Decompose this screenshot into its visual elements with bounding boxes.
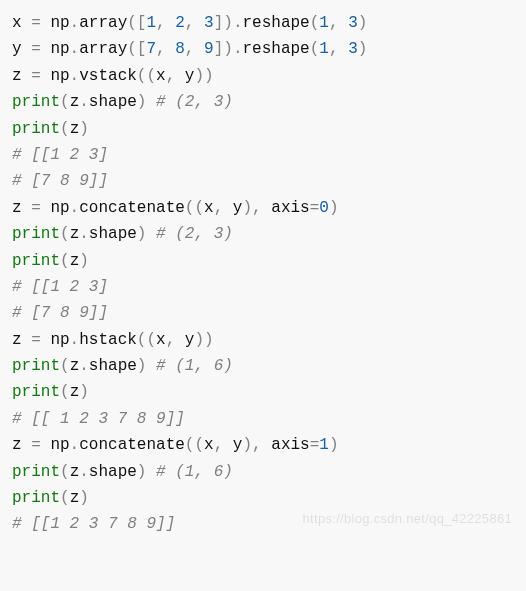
code-line: x = np.array([1, 2, 3]).reshape(1, 3)	[12, 10, 514, 36]
token-op: ,	[166, 331, 185, 349]
token-fn: print	[12, 93, 60, 111]
token-op: )	[79, 120, 89, 138]
token-id: z	[70, 357, 80, 375]
token-id: x	[204, 436, 214, 454]
token-cm: # [[1 2 3]	[12, 278, 108, 296]
code-line: print(z)	[12, 485, 514, 511]
token-op: ((	[185, 436, 204, 454]
code-line: z = np.concatenate((x, y), axis=0)	[12, 195, 514, 221]
token-op: (	[60, 463, 70, 481]
token-id: z	[70, 225, 80, 243]
token-op: )	[329, 199, 339, 217]
token-op: ]).	[214, 14, 243, 32]
token-cm: # (2, 3)	[156, 93, 233, 111]
code-line: print(z)	[12, 379, 514, 405]
token-op: =	[31, 199, 50, 217]
token-id: x	[156, 67, 166, 85]
code-line: print(z.shape) # (2, 3)	[12, 89, 514, 115]
token-op: ((	[137, 67, 156, 85]
token-fn: print	[12, 489, 60, 507]
token-id: z	[70, 383, 80, 401]
token-op: )	[329, 436, 339, 454]
token-op: =	[31, 14, 50, 32]
token-op: .	[79, 225, 89, 243]
token-id: shape	[89, 93, 137, 111]
token-id: x	[12, 14, 31, 32]
token-op: .	[79, 93, 89, 111]
code-line: # [7 8 9]]	[12, 300, 514, 326]
token-num: 2	[175, 14, 185, 32]
token-id: reshape	[242, 40, 309, 58]
token-num: 0	[319, 199, 329, 217]
token-id: np	[50, 331, 69, 349]
token-id: shape	[89, 225, 137, 243]
token-op: =	[31, 67, 50, 85]
code-line: print(z)	[12, 248, 514, 274]
token-fn: print	[12, 463, 60, 481]
token-id: shape	[89, 357, 137, 375]
token-fn: print	[12, 252, 60, 270]
code-line: # [[1 2 3 7 8 9]]	[12, 511, 514, 537]
token-id: np	[50, 199, 69, 217]
token-cm: # [[ 1 2 3 7 8 9]]	[12, 410, 185, 428]
token-op: (	[60, 383, 70, 401]
token-op: ,	[185, 14, 204, 32]
token-id: y	[12, 40, 31, 58]
token-id: z	[70, 252, 80, 270]
token-id: shape	[89, 463, 137, 481]
token-cm: # (2, 3)	[156, 225, 233, 243]
token-op: =	[310, 199, 320, 217]
token-num: 1	[146, 14, 156, 32]
token-num: 9	[204, 40, 214, 58]
code-block: x = np.array([1, 2, 3]).reshape(1, 3)y =…	[12, 10, 514, 538]
token-op: .	[70, 199, 80, 217]
token-op: ,	[156, 40, 175, 58]
token-num: 3	[204, 14, 214, 32]
token-num: 1	[319, 40, 329, 58]
token-num: 1	[319, 14, 329, 32]
token-id: z	[12, 331, 31, 349]
token-id: z	[12, 199, 31, 217]
token-op: .	[70, 40, 80, 58]
code-line: z = np.vstack((x, y))	[12, 63, 514, 89]
token-op: .	[79, 357, 89, 375]
token-id: z	[70, 120, 80, 138]
token-op: =	[31, 331, 50, 349]
token-op: (	[60, 357, 70, 375]
token-id: np	[50, 436, 69, 454]
code-line: z = np.concatenate((x, y), axis=1)	[12, 432, 514, 458]
code-line: # [7 8 9]]	[12, 168, 514, 194]
code-line: z = np.hstack((x, y))	[12, 327, 514, 353]
token-id: array	[79, 14, 127, 32]
token-op: ([	[127, 40, 146, 58]
token-op: ,	[166, 67, 185, 85]
token-op: (	[310, 14, 320, 32]
token-op: ))	[194, 331, 213, 349]
token-op: ),	[242, 199, 271, 217]
token-cm: # (1, 6)	[156, 463, 233, 481]
token-id: np	[50, 40, 69, 58]
token-fn: print	[12, 120, 60, 138]
token-num: 8	[175, 40, 185, 58]
token-cm: # [[1 2 3 7 8 9]]	[12, 515, 175, 533]
token-id: y	[185, 67, 195, 85]
code-line: print(z.shape) # (1, 6)	[12, 459, 514, 485]
token-op: =	[31, 40, 50, 58]
token-op: (	[60, 489, 70, 507]
token-op: )	[137, 225, 156, 243]
code-line: print(z.shape) # (2, 3)	[12, 221, 514, 247]
token-op: =	[31, 436, 50, 454]
token-num: 7	[146, 40, 156, 58]
token-id: z	[70, 489, 80, 507]
token-op: ((	[137, 331, 156, 349]
token-id: x	[156, 331, 166, 349]
token-num: 1	[319, 436, 329, 454]
token-op: ]).	[214, 40, 243, 58]
token-fn: print	[12, 357, 60, 375]
token-op: (	[60, 225, 70, 243]
code-line: # [[ 1 2 3 7 8 9]]	[12, 406, 514, 432]
token-op: ))	[194, 67, 213, 85]
token-op: ,	[214, 199, 233, 217]
token-id: concatenate	[79, 436, 185, 454]
token-num: 3	[348, 40, 358, 58]
